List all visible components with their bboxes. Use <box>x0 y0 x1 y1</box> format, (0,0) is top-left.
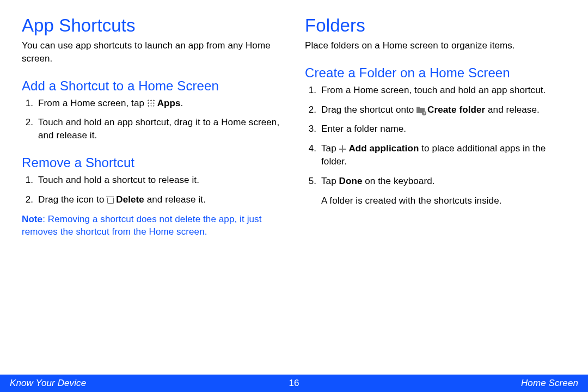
result-text: A folder is created with the shortcuts i… <box>321 194 566 207</box>
intro-folders: Place folders on a Home screen to organi… <box>305 39 566 52</box>
right-column: Folders Place folders on a Home screen t… <box>305 15 566 359</box>
list-item: Drag the icon to Delete and release it. <box>36 193 283 206</box>
heading-folders: Folders <box>305 15 566 36</box>
apps-grid-icon <box>147 99 155 107</box>
step-text: on the keyboard. <box>362 176 434 186</box>
step-text: Tap <box>321 176 339 186</box>
delete-label: Delete <box>116 194 144 205</box>
list-item: Drag the shortcut onto Create folder and… <box>319 103 566 117</box>
page-body: App Shortcuts You can use app shortcuts … <box>0 0 588 359</box>
add-application-label: Add application <box>348 143 419 154</box>
step-text: and release. <box>485 105 540 115</box>
steps-add-shortcut: From a Home screen, tap Apps. Touch and … <box>22 97 283 142</box>
list-item: Touch and hold an app shortcut, drag it … <box>36 116 283 142</box>
list-item: Enter a folder name. <box>319 122 566 136</box>
footer-page-number: 16 <box>278 378 310 389</box>
note-body: : Removing a shortcut does not delete th… <box>22 214 262 237</box>
intro-app-shortcuts: You can use app shortcuts to launch an a… <box>22 39 283 65</box>
plus-icon <box>339 145 346 152</box>
step-text: and release it. <box>144 194 206 205</box>
heading-add-shortcut: Add a Shortcut to a Home Screen <box>22 78 283 94</box>
steps-remove-shortcut: Touch and hold a shortcut to release it.… <box>22 174 283 206</box>
step-text: Drag the shortcut onto <box>321 105 416 115</box>
apps-label: Apps <box>157 98 181 108</box>
step-text: Tap <box>321 143 339 154</box>
step-text: Drag the icon to <box>38 194 107 205</box>
step-text: From a Home screen, tap <box>38 98 147 108</box>
heading-app-shortcuts: App Shortcuts <box>22 15 283 36</box>
list-item: From a Home screen, tap Apps. <box>36 97 283 110</box>
list-item: Tap Add application to place additional … <box>319 142 566 168</box>
list-item: From a Home screen, touch and hold an ap… <box>319 84 566 97</box>
note-remove-shortcut: Note: Removing a shortcut does not delet… <box>22 213 283 239</box>
page-footer: Know Your Device 16 Home Screen <box>0 375 588 392</box>
note-label: Note <box>22 214 42 224</box>
create-folder-icon <box>416 107 425 113</box>
done-label: Done <box>339 176 363 186</box>
list-item: Tap Done on the keyboard. A folder is cr… <box>319 175 566 207</box>
footer-right: Home Screen <box>310 378 588 389</box>
left-column: App Shortcuts You can use app shortcuts … <box>22 15 283 359</box>
heading-remove-shortcut: Remove a Shortcut <box>22 155 283 170</box>
heading-create-folder: Create a Folder on a Home Screen <box>305 65 566 81</box>
create-folder-label: Create folder <box>427 105 485 115</box>
list-item: Touch and hold a shortcut to release it. <box>36 174 283 187</box>
step-text: . <box>181 98 183 108</box>
steps-create-folder: From a Home screen, touch and hold an ap… <box>305 84 566 207</box>
footer-left: Know Your Device <box>0 378 278 389</box>
trash-icon <box>107 196 113 204</box>
